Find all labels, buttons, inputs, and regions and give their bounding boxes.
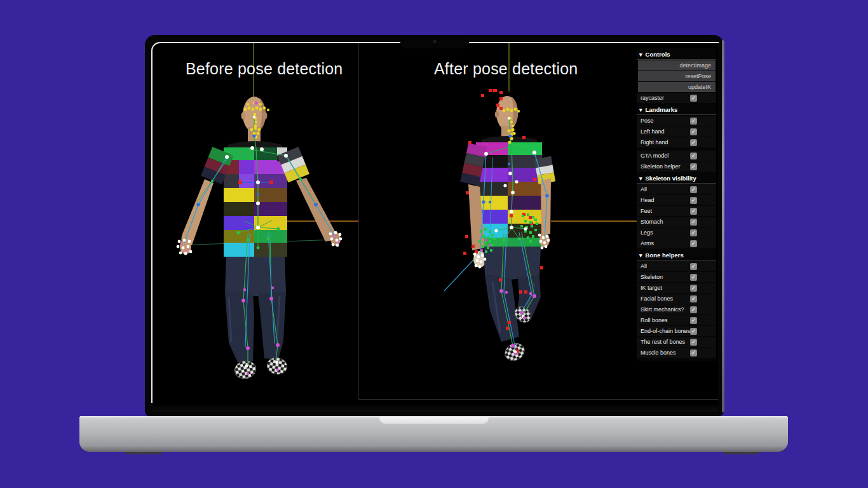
checkbox-gta-model[interactable]: ✓ <box>690 152 697 159</box>
desktop-background: Before pose detection <box>0 0 868 488</box>
label-facial-bones: Facial bones <box>641 295 673 302</box>
checkbox-roll-bones[interactable]: ✓ <box>690 317 697 324</box>
section-header-bone-helpers[interactable]: ▾Bone helpers <box>637 250 716 261</box>
checkbox-end-of-chain-bones[interactable]: ✓ <box>690 328 697 335</box>
checkbox-stomach[interactable]: ✓ <box>690 219 697 226</box>
label-roll-bones: Roll bones <box>641 317 668 323</box>
before-model <box>180 97 341 381</box>
camera-icon <box>433 40 436 43</box>
row-arms: Arms✓ <box>637 238 716 248</box>
row-stomach: Stomach✓ <box>637 217 716 227</box>
checkbox-legs[interactable]: ✓ <box>690 229 697 236</box>
button-resetpose[interactable]: resetPose <box>638 71 715 81</box>
after-title: After pose detection <box>434 60 578 78</box>
row-feet: Feet✓ <box>637 206 716 216</box>
before-shirt <box>201 141 309 257</box>
label-skirt-mechanics: Skirt mechanics? <box>641 306 684 313</box>
label-right-hand: Right hand <box>641 139 668 146</box>
label-muscle-bones: Muscle bones <box>641 349 676 356</box>
button-detectimage[interactable]: detectImage <box>638 60 715 71</box>
row-left-hand: Left hand✓ <box>637 126 716 137</box>
section-header-skeleton-visibility[interactable]: ▾Skeleton visibility <box>637 173 716 184</box>
chevron-down-icon: ▾ <box>639 50 642 60</box>
label-end-of-chain-bones: End-of-chain bones <box>641 328 690 334</box>
label-gta-model: GTA model <box>641 152 668 159</box>
checkbox-feet[interactable]: ✓ <box>690 208 697 215</box>
before-scene <box>153 43 358 412</box>
section-header-landmarks[interactable]: ▾Landmarks <box>637 105 716 115</box>
label-all: All <box>641 186 647 193</box>
section-divider <box>637 148 716 150</box>
row-right-hand: Right hand✓ <box>637 137 716 147</box>
row-end-of-chain-bones: End-of-chain bones✓ <box>637 326 716 336</box>
camera-notch <box>400 35 469 48</box>
row-facial-bones: Facial bones✓ <box>637 294 716 304</box>
row-skeleton-helper: Skeleton helper✓ <box>637 161 716 172</box>
label-arms: Arms <box>641 240 654 247</box>
laptop-base <box>79 416 788 452</box>
row-muscle-bones: Muscle bones✓ <box>637 348 716 358</box>
label-ik-target: IK target <box>641 285 662 291</box>
label-the-rest-of-bones: The rest of bones <box>641 339 685 345</box>
label-head: Head <box>641 197 654 203</box>
row-gta-model: GTA model✓ <box>637 151 716 161</box>
row-legs: Legs✓ <box>637 227 716 238</box>
row-the-rest-of-bones: The rest of bones✓ <box>637 337 716 347</box>
label-all: All <box>641 263 647 269</box>
checkbox-arms[interactable]: ✓ <box>690 240 697 247</box>
checkbox-skeleton-helper[interactable]: ✓ <box>690 163 697 170</box>
lid-rim <box>722 40 724 412</box>
row-skirt-mechanics: Skirt mechanics?✓ <box>637 304 716 315</box>
section-label: Controls <box>646 51 670 58</box>
row-all: All✓ <box>637 184 716 194</box>
row-all: All✓ <box>637 261 716 271</box>
label-legs: Legs <box>641 229 653 236</box>
section-label: Bone helpers <box>646 252 684 259</box>
checkbox-the-rest-of-bones[interactable]: ✓ <box>690 339 697 346</box>
lid-groove <box>379 416 489 424</box>
checkbox-right-hand[interactable]: ✓ <box>690 139 697 146</box>
checkbox-muscle-bones[interactable]: ✓ <box>690 349 697 356</box>
row-roll-bones: Roll bones✓ <box>637 315 716 325</box>
checkbox-head[interactable]: ✓ <box>690 197 697 204</box>
label-raycaster: raycaster <box>641 95 664 101</box>
label-feet: Feet <box>641 208 652 214</box>
checkbox-all[interactable]: ✓ <box>690 186 697 193</box>
label-skeleton-helper: Skeleton helper <box>641 163 681 170</box>
button-updateik[interactable]: updateIK <box>638 82 715 92</box>
row-head: Head✓ <box>637 195 716 205</box>
checkbox-facial-bones[interactable]: ✓ <box>690 295 697 302</box>
checkbox-left-hand[interactable]: ✓ <box>690 128 697 135</box>
section-label: Skeleton visibility <box>646 175 696 182</box>
checkbox-pose[interactable]: ✓ <box>690 118 697 125</box>
section-label: Landmarks <box>646 106 678 113</box>
row-skeleton: Skeleton✓ <box>637 272 716 282</box>
row-raycaster: raycaster✓ <box>637 93 716 103</box>
label-skeleton: Skeleton <box>641 274 663 280</box>
checkbox-skeleton[interactable]: ✓ <box>690 274 697 281</box>
checkbox-ik-target[interactable]: ✓ <box>690 285 697 292</box>
laptop-screen: Before pose detection <box>145 35 724 416</box>
before-title: Before pose detection <box>186 60 342 78</box>
label-left-hand: Left hand <box>641 128 665 135</box>
chevron-down-icon: ▾ <box>639 251 642 261</box>
after-pants <box>484 247 541 342</box>
controls-panel: ▾ControlsdetectImageresetPoseupdateIKray… <box>637 48 716 361</box>
viewport-before[interactable]: Before pose detection <box>153 43 358 412</box>
label-pose: Pose <box>641 118 654 124</box>
row-pose: Pose✓ <box>637 116 716 126</box>
checkbox-raycaster[interactable]: ✓ <box>690 95 697 102</box>
label-stomach: Stomach <box>641 219 663 225</box>
checkbox-all[interactable]: ✓ <box>690 263 697 270</box>
chevron-down-icon: ▾ <box>639 174 642 184</box>
checkbox-skirt-mechanics[interactable]: ✓ <box>690 306 697 313</box>
app-viewport: Before pose detection <box>153 43 718 412</box>
chevron-down-icon: ▾ <box>639 105 642 115</box>
row-ik-target: IK target✓ <box>637 283 716 293</box>
section-header-controls[interactable]: ▾Controls <box>637 50 716 60</box>
